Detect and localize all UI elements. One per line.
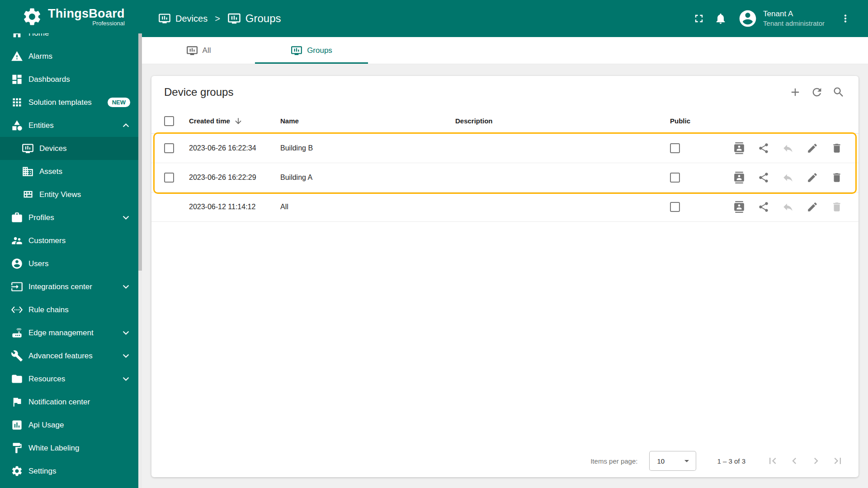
- row-select-checkbox[interactable]: [164, 173, 174, 183]
- sidebar-item-entities[interactable]: Entities: [0, 114, 142, 137]
- sidebar-item-customers[interactable]: Customers: [0, 229, 142, 252]
- previous-page-button[interactable]: [783, 450, 805, 472]
- app-logo[interactable]: ThingsBoard Professional: [0, 0, 142, 33]
- last-page-button[interactable]: [827, 450, 849, 472]
- public-checkbox[interactable]: [670, 202, 680, 212]
- page-size-select[interactable]: 10: [649, 451, 696, 471]
- select-all-checkbox[interactable]: [164, 116, 174, 126]
- account-circle-icon: [738, 9, 758, 28]
- sidebar-scrollbar-thumb[interactable]: [138, 33, 142, 271]
- chevron-left-icon: [788, 455, 801, 467]
- share-button[interactable]: [755, 139, 773, 157]
- breadcrumb: Devices > Groups: [158, 12, 281, 25]
- sidebar-item-label: Entity Views: [39, 190, 81, 199]
- sidebar-item-entity-views[interactable]: Entity Views: [0, 183, 142, 206]
- sidebar-item-rule-chains[interactable]: Rule chains: [0, 298, 142, 321]
- device-group-icon: [22, 142, 34, 155]
- resources-icon: [11, 373, 23, 385]
- integrations-icon: [11, 281, 23, 293]
- manage-owners-button[interactable]: [730, 198, 748, 216]
- sidebar-item-white-labeling[interactable]: White Labeling: [0, 436, 142, 460]
- sidebar-item-resources[interactable]: Resources: [0, 367, 142, 390]
- first-page-button[interactable]: [762, 450, 783, 472]
- breadcrumb-item-groups[interactable]: Groups: [227, 12, 281, 25]
- app-name: ThingsBoard: [48, 7, 125, 21]
- breadcrumb-item-devices[interactable]: Devices: [158, 12, 208, 25]
- sidebar-item-integrations-center[interactable]: Integrations center: [0, 275, 142, 298]
- sidebar-item-dashboards[interactable]: Dashboards: [0, 68, 142, 91]
- share-button[interactable]: [755, 198, 773, 216]
- content-area: Device groups Created time Name Descript…: [142, 64, 868, 488]
- user-name: Tenant A: [763, 9, 825, 19]
- edit-button[interactable]: [803, 169, 821, 187]
- delete-button[interactable]: [828, 169, 846, 187]
- column-description[interactable]: Description: [455, 117, 670, 125]
- sidebar-item-profiles[interactable]: Profiles: [0, 206, 142, 229]
- sidebar-item-advanced-features[interactable]: Advanced features: [0, 344, 142, 367]
- tab-all[interactable]: All: [142, 37, 255, 64]
- user-avatar[interactable]: [738, 9, 758, 28]
- paginator: Items per page: 10 1 – 3 of 3: [151, 445, 859, 477]
- sidebar-item-users[interactable]: Users: [0, 252, 142, 275]
- sidebar-scrollbar[interactable]: [138, 33, 142, 488]
- search-button[interactable]: [828, 81, 849, 103]
- delete-button[interactable]: [828, 139, 846, 157]
- sidebar-item-label: Notification center: [28, 398, 90, 407]
- column-public[interactable]: Public: [670, 117, 724, 125]
- share-icon: [758, 172, 769, 183]
- public-checkbox[interactable]: [670, 143, 680, 153]
- card-title: Device groups: [164, 86, 784, 99]
- chevron-down-icon: [120, 373, 132, 385]
- solution-templates-icon: [11, 96, 23, 108]
- entity-views-icon: [22, 188, 34, 201]
- sidebar-item-label: Edge management: [28, 328, 94, 338]
- next-page-button[interactable]: [805, 450, 827, 472]
- column-name[interactable]: Name: [280, 117, 455, 125]
- breadcrumb-label: Devices: [175, 14, 208, 24]
- edit-button[interactable]: [803, 139, 821, 157]
- make-private-button[interactable]: [779, 169, 797, 187]
- table-header: Created time Name Description Public: [151, 108, 859, 134]
- name-cell: Building A: [280, 174, 455, 182]
- pager-nav: [762, 450, 849, 472]
- tab-groups[interactable]: Groups: [255, 37, 368, 64]
- row-select-checkbox[interactable]: [164, 143, 174, 153]
- fullscreen-button[interactable]: [688, 8, 710, 29]
- tab-label: Groups: [307, 46, 332, 55]
- column-created-time[interactable]: Created time: [189, 117, 280, 126]
- sidebar-item-alarms[interactable]: Alarms: [0, 45, 142, 68]
- add-group-button[interactable]: [784, 81, 806, 103]
- sidebar-item-label: Assets: [39, 167, 62, 176]
- manage-owners-button[interactable]: [730, 139, 748, 157]
- make-private-button[interactable]: [779, 198, 797, 216]
- settings-icon: [11, 465, 23, 477]
- manage-owners-button[interactable]: [730, 169, 748, 187]
- notification-icon: [11, 396, 23, 408]
- user-role: Tenant administrator: [763, 19, 825, 28]
- created-time-cell: 2023-06-26 16:22:29: [189, 174, 280, 182]
- more-menu-button[interactable]: [835, 8, 856, 29]
- notifications-button[interactable]: [710, 8, 731, 29]
- sidebar-item-devices[interactable]: Devices: [0, 137, 142, 160]
- sidebar-item-label: Advanced features: [28, 352, 93, 361]
- refresh-button[interactable]: [806, 81, 828, 103]
- sidebar-item-solution-templates[interactable]: Solution templatesNEW: [0, 91, 142, 114]
- public-checkbox[interactable]: [670, 173, 680, 183]
- share-button[interactable]: [755, 169, 773, 187]
- page-range-label: 1 – 3 of 3: [717, 457, 745, 465]
- sidebar-item-assets[interactable]: Assets: [0, 160, 142, 183]
- edit-button[interactable]: [803, 198, 821, 216]
- manage-owners-icon: [733, 201, 745, 213]
- make-private-button[interactable]: [779, 139, 797, 157]
- sidebar-item-label: Rule chains: [28, 305, 69, 314]
- table-body: 2023-06-26 16:22:34Building B2023-06-26 …: [151, 134, 859, 222]
- sidebar-item-edge-management[interactable]: Edge management: [0, 321, 142, 344]
- fullscreen-icon: [693, 12, 705, 25]
- sidebar-item-api-usage[interactable]: Api Usage: [0, 413, 142, 436]
- add-icon: [789, 86, 802, 99]
- manage-owners-icon: [733, 142, 745, 154]
- sidebar-item-notification-center[interactable]: Notification center: [0, 390, 142, 413]
- top-bar: Devices > Groups Tenant A Tenant adminis…: [142, 0, 868, 37]
- delete-button[interactable]: [828, 198, 846, 216]
- sidebar-item-settings[interactable]: Settings: [0, 460, 142, 483]
